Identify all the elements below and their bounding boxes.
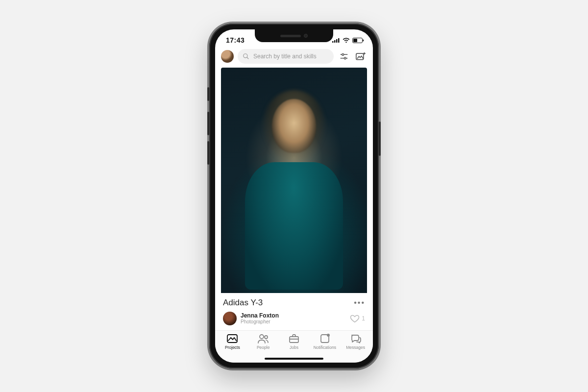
jobs-icon bbox=[288, 334, 300, 343]
volume-down-button bbox=[207, 141, 209, 165]
image-plus-icon bbox=[356, 52, 366, 61]
notifications-icon bbox=[319, 334, 331, 343]
front-camera bbox=[304, 34, 308, 38]
tab-messages[interactable]: Messages bbox=[340, 334, 371, 350]
clock: 17:43 bbox=[226, 36, 245, 44]
phone-frame: 17:43 Search by title and skills bbox=[209, 24, 379, 368]
wifi-icon bbox=[343, 38, 350, 43]
sliders-icon bbox=[340, 52, 348, 61]
tab-label: People bbox=[257, 345, 270, 350]
svg-rect-2 bbox=[336, 39, 338, 43]
svg-rect-19 bbox=[290, 337, 298, 343]
people-icon bbox=[257, 334, 269, 343]
svg-point-12 bbox=[344, 57, 346, 59]
svg-point-7 bbox=[244, 54, 247, 58]
tab-label: Notifications bbox=[314, 345, 336, 350]
tab-notifications[interactable]: Notifications bbox=[309, 334, 340, 350]
battery-icon bbox=[352, 38, 364, 43]
feed[interactable]: Adidas Y-3 ••• Jenna Foxton Photographer… bbox=[215, 68, 373, 330]
tab-projects[interactable]: Projects bbox=[217, 334, 248, 350]
projects-icon bbox=[226, 334, 238, 343]
app-header: Search by title and skills bbox=[215, 48, 373, 68]
profile-avatar[interactable] bbox=[221, 50, 234, 63]
cellular-icon bbox=[332, 38, 340, 43]
author-name: Jenna Foxton bbox=[241, 312, 279, 319]
svg-point-10 bbox=[342, 53, 344, 55]
author-avatar bbox=[223, 312, 237, 325]
author-role: Photographer bbox=[241, 319, 279, 325]
svg-point-22 bbox=[327, 334, 330, 337]
tab-label: Projects bbox=[225, 345, 240, 350]
speaker-grille bbox=[280, 35, 301, 37]
author-link[interactable]: Jenna Foxton Photographer bbox=[223, 312, 279, 325]
svg-point-18 bbox=[265, 336, 268, 339]
status-icons bbox=[332, 38, 364, 43]
post-image[interactable] bbox=[221, 68, 367, 293]
tab-jobs[interactable]: Jobs bbox=[279, 334, 310, 350]
add-image-button[interactable] bbox=[354, 50, 367, 63]
like-count: 1 bbox=[362, 315, 365, 322]
home-indicator[interactable] bbox=[265, 358, 323, 360]
search-placeholder: Search by title and skills bbox=[253, 53, 317, 60]
tab-label: Jobs bbox=[290, 345, 298, 350]
post-more-button[interactable]: ••• bbox=[354, 298, 365, 307]
messages-icon bbox=[350, 334, 362, 343]
author-text: Jenna Foxton Photographer bbox=[241, 312, 279, 325]
svg-point-17 bbox=[260, 335, 264, 339]
svg-rect-6 bbox=[363, 39, 364, 41]
post-author-row: Jenna Foxton Photographer 1 bbox=[215, 311, 373, 330]
post-title-row: Adidas Y-3 ••• bbox=[215, 293, 373, 311]
svg-rect-1 bbox=[334, 40, 336, 43]
heart-icon bbox=[350, 314, 360, 323]
post-title: Adidas Y-3 bbox=[223, 298, 263, 308]
search-input[interactable]: Search by title and skills bbox=[238, 49, 334, 64]
illustration-body bbox=[245, 162, 343, 290]
notch bbox=[255, 29, 333, 42]
filters-button[interactable] bbox=[338, 50, 350, 63]
volume-up-button bbox=[207, 112, 209, 135]
power-button bbox=[379, 122, 381, 156]
search-icon bbox=[243, 53, 249, 60]
illustration-head bbox=[272, 99, 316, 153]
like-button[interactable]: 1 bbox=[350, 314, 365, 323]
svg-rect-3 bbox=[338, 38, 340, 43]
screen: 17:43 Search by title and skills bbox=[215, 29, 373, 363]
mute-switch bbox=[207, 87, 209, 101]
svg-rect-5 bbox=[353, 39, 357, 42]
tab-people[interactable]: People bbox=[248, 334, 279, 350]
svg-line-8 bbox=[247, 57, 249, 59]
svg-rect-0 bbox=[332, 41, 334, 43]
tab-label: Messages bbox=[346, 345, 365, 350]
